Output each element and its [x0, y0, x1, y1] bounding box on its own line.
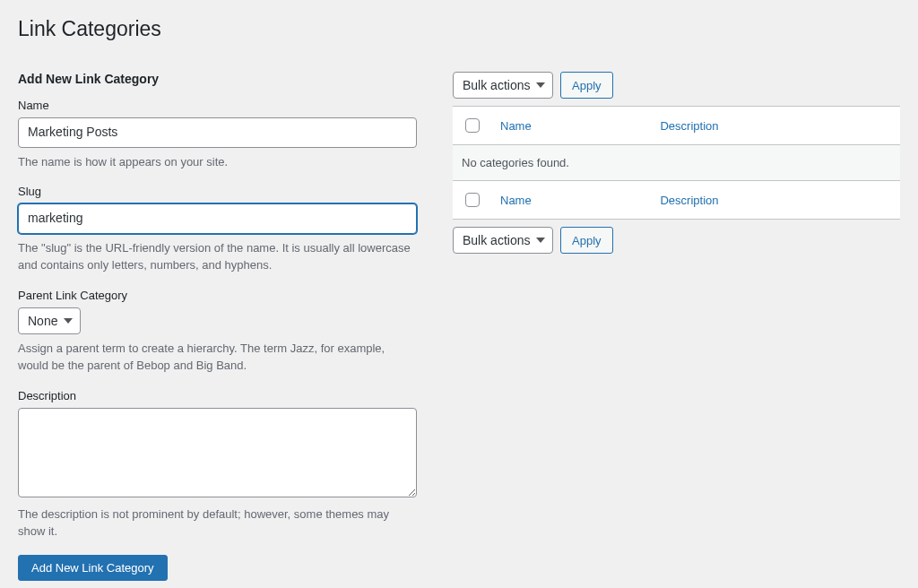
categories-list-panel: Bulk actions Apply Name Description No c… [453, 72, 900, 581]
description-input[interactable] [18, 408, 417, 497]
empty-row: No categories found. [453, 145, 900, 181]
apply-button-bottom[interactable]: Apply [560, 227, 613, 254]
name-help: The name is how it appears on your site. [18, 153, 417, 171]
parent-label: Parent Link Category [18, 289, 417, 302]
description-help: The description is not prominent by defa… [18, 506, 417, 540]
col-description-header[interactable]: Description [660, 119, 718, 133]
bulk-actions-select-bottom[interactable]: Bulk actions [453, 227, 553, 254]
col-name-footer[interactable]: Name [500, 194, 532, 207]
slug-input[interactable] [18, 203, 417, 234]
add-category-button[interactable]: Add New Link Category [18, 555, 168, 581]
parent-help: Assign a parent term to create a hierarc… [18, 340, 417, 375]
bulk-actions-select-top[interactable]: Bulk actions [453, 72, 553, 99]
slug-label: Slug [18, 185, 417, 198]
apply-button-top[interactable]: Apply [560, 72, 613, 99]
categories-table: Name Description No categories found. Na… [453, 106, 900, 220]
description-label: Description [18, 389, 417, 402]
col-name-header[interactable]: Name [500, 119, 532, 133]
select-all-top[interactable] [465, 118, 480, 133]
select-all-bottom[interactable] [465, 193, 480, 207]
add-category-form: Add New Link Category Name The name is h… [18, 72, 417, 581]
col-description-footer[interactable]: Description [660, 194, 718, 207]
page-title: Link Categories [18, 9, 900, 45]
name-input[interactable] [18, 117, 417, 148]
slug-help: The "slug" is the URL-friendly version o… [18, 239, 417, 274]
name-label: Name [18, 99, 417, 112]
parent-select[interactable]: None [18, 307, 81, 334]
form-heading: Add New Link Category [18, 72, 417, 86]
